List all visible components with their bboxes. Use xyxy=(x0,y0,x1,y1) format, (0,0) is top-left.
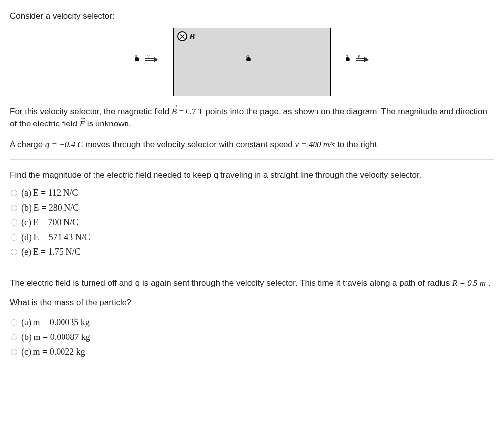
intro-text: Consider a velocity selector: xyxy=(10,10,494,23)
radio-icon[interactable] xyxy=(11,234,17,241)
paragraph-2: A charge q = −0.4 C moves through the ve… xyxy=(10,138,494,151)
radio-icon[interactable] xyxy=(11,319,17,326)
b-field-label: ✕ B xyxy=(177,31,195,43)
radio-icon[interactable] xyxy=(11,219,17,226)
option-c[interactable]: (c) E = 700 N/C xyxy=(11,216,494,229)
radius-value: R = 0.5 m xyxy=(452,278,486,288)
velocity-arrow-icon xyxy=(145,57,158,62)
option-e[interactable]: (e) E = 1.75 N/C xyxy=(11,245,494,259)
velocity-value: v = 400 m/s xyxy=(295,140,335,149)
radio-icon[interactable] xyxy=(11,349,17,355)
b-vector: B xyxy=(172,105,177,118)
option-d[interactable]: (d) E = 571.43 N/C xyxy=(11,231,494,244)
paragraph-1: For this velocity selector, the magnetic… xyxy=(10,105,494,130)
charge-value: q = −0.4 C xyxy=(45,140,83,149)
divider xyxy=(10,159,494,160)
divider xyxy=(10,268,494,268)
option-a[interactable]: (a) E = 112 N/C xyxy=(11,186,494,200)
e-vector: E xyxy=(80,118,85,130)
question-1-options: (a) E = 112 N/C (b) E = 280 N/C (c) E = … xyxy=(10,186,494,259)
question-2-intro: The electric field is turned off and q i… xyxy=(10,277,494,290)
option-b[interactable]: (b) E = 280 N/C xyxy=(11,201,494,214)
velocity-arrow-icon xyxy=(356,57,369,62)
q-label: q xyxy=(246,52,249,60)
charge-right: q v xyxy=(346,57,369,62)
radio-icon[interactable] xyxy=(11,334,17,340)
q-label: q xyxy=(346,52,348,60)
velocity-selector-diagram: ✕ B q v q q v xyxy=(114,28,390,96)
option-b[interactable]: (b) m = 0.00087 kg xyxy=(11,331,494,344)
option-a[interactable]: (a) m = 0.00035 kg xyxy=(11,316,494,329)
radio-icon[interactable] xyxy=(11,190,17,196)
radio-icon[interactable] xyxy=(11,249,17,255)
radio-icon[interactable] xyxy=(11,205,17,211)
question-1-text: Find the magnitude of the electric field… xyxy=(10,169,494,182)
diagram-container: ✕ B q v q q v xyxy=(10,28,494,96)
b-vector-label: B xyxy=(189,31,195,43)
q-label: q xyxy=(135,52,137,60)
option-c[interactable]: (c) m = 0.0022 kg xyxy=(11,345,494,359)
field-region xyxy=(173,28,331,96)
question-2-options: (a) m = 0.00035 kg (b) m = 0.00087 kg (c… xyxy=(10,316,494,359)
charge-left: q v xyxy=(135,57,158,62)
into-page-icon: ✕ xyxy=(177,31,187,41)
charge-middle: q xyxy=(246,57,251,61)
question-2-prompt: What is the mass of the particle? xyxy=(10,296,494,309)
